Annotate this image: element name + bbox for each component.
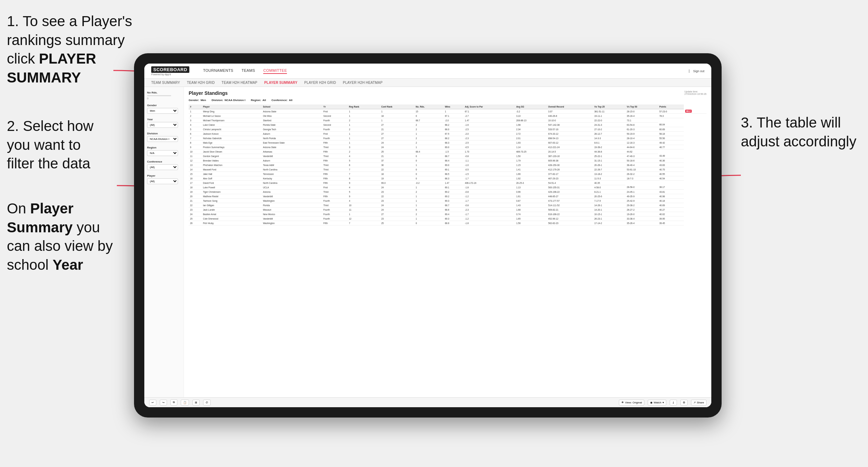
col-vs-top50: Vs Top 50 bbox=[625, 104, 658, 109]
settings-button[interactable]: ⚙ bbox=[680, 400, 688, 405]
sign-out-link[interactable]: Sign out bbox=[693, 69, 704, 73]
table-row[interactable]: 25Cole SherwoodVanderbiltFourth1223169.3… bbox=[189, 216, 706, 221]
logo: SCOREBOARD Powered by dipp'd bbox=[151, 66, 189, 76]
division-select[interactable]: NCAA Division I bbox=[147, 136, 178, 142]
col-avg-sg: Avg SG bbox=[515, 104, 547, 109]
table-row[interactable]: 13Phichaksn MaichonTexas A&MThird630169.… bbox=[189, 163, 706, 167]
player-standings-table: # Player School Yr Reg Rank Conf Rank No… bbox=[189, 104, 706, 225]
instruction-step1: 1. To see a Player's rankings summary cl… bbox=[7, 12, 155, 87]
paste-button[interactable]: 📋 bbox=[181, 400, 189, 405]
table-row[interactable]: 24Bastien AmatNew MexicoFourth127269.4-1… bbox=[189, 212, 706, 216]
nav-right: | Sign out bbox=[689, 69, 704, 73]
table-row[interactable]: 9Preston SummerhaysArizona StateThird324… bbox=[189, 145, 706, 149]
watch-icon: ◉ bbox=[650, 401, 653, 404]
chevron-down-icon: ▾ bbox=[663, 401, 664, 404]
eye-icon: 👁 bbox=[621, 401, 624, 404]
table-row[interactable]: 22Ian GilliganFloridaThird1024168.7-0.81… bbox=[189, 203, 706, 208]
undo-button[interactable]: ↩ bbox=[149, 400, 156, 405]
clock-button[interactable]: ⏱ bbox=[203, 400, 211, 405]
sub-player-summary[interactable]: PLAYER SUMMARY bbox=[264, 81, 298, 85]
table-row[interactable]: 23Jack LundinMissouriFourth1124068.6-2.3… bbox=[189, 208, 706, 212]
filter-division: Division NCAA Division I bbox=[147, 132, 181, 142]
col-conf-rank: Conf Rank bbox=[380, 104, 414, 109]
col-overall: Overall Record bbox=[547, 104, 593, 109]
year-select[interactable]: (All) bbox=[147, 122, 178, 128]
tablet-screen: SCOREBOARD Powered by dipp'd TOURNAMENTS… bbox=[144, 64, 711, 407]
table-row[interactable]: 14Maxwell FordNorth CarolinaThird722069.… bbox=[189, 167, 706, 172]
table-area: Player Standings Update time: 27/03/2024… bbox=[184, 87, 711, 397]
table-row[interactable]: 3Michael ThorbjornsenStanfordFourth2168.… bbox=[189, 118, 706, 123]
table-row[interactable]: 16Alex GoffKentuckyFifth819068.3-1.71.92… bbox=[189, 176, 706, 181]
table-header-row: # Player School Yr Reg Rank Conf Rank No… bbox=[189, 104, 706, 109]
top-navigation: SCOREBOARD Powered by dipp'd TOURNAMENTS… bbox=[144, 64, 711, 79]
redo-button[interactable]: ↪ bbox=[160, 400, 167, 405]
col-school: School bbox=[261, 104, 322, 109]
col-reg-rank: Reg Rank bbox=[347, 104, 380, 109]
col-no-rds: No. Rds. bbox=[414, 104, 444, 109]
share-icon: ↗ bbox=[693, 401, 696, 404]
nav-teams[interactable]: TEAMS bbox=[242, 68, 255, 74]
nav-tournaments[interactable]: TOURNAMENTS bbox=[203, 68, 233, 74]
table-row[interactable]: 19Tiger ChristensenArizonaThird523269.2-… bbox=[189, 190, 706, 194]
filter-row: Gender: Men Division: NCAA Division I Re… bbox=[189, 99, 706, 102]
filter-year: Year (All) bbox=[147, 118, 181, 128]
main-content: No Rds. 0 Gender Men Year (All) bbox=[144, 87, 711, 397]
table-row[interactable]: 17David FordNorth CarolinaFifth969.0-0.2… bbox=[189, 181, 706, 185]
table-row[interactable]: 18Luke PowellUCLAFirst424169.1-1.81.1350… bbox=[189, 185, 706, 190]
filter-gender: Gender Men bbox=[147, 104, 181, 114]
col-player: Player bbox=[202, 104, 261, 109]
conference-select[interactable]: (All) bbox=[147, 164, 178, 170]
gender-select[interactable]: Men bbox=[147, 108, 178, 114]
table-row[interactable]: 20Matthew RiedelVanderbiltFifth922169.2-… bbox=[189, 194, 706, 199]
table-row[interactable]: 1Wenyi DingArizona StateFirst1115167.1-3… bbox=[189, 109, 706, 114]
sub-player-h2h-grid[interactable]: PLAYER H2H GRID bbox=[304, 81, 336, 85]
filter-player: Player (All) bbox=[147, 174, 181, 184]
instruction-step3: 3. The table will adjust accordingly bbox=[741, 113, 858, 151]
table-row[interactable]: 5Christo LamprechtGeorgia TechFourth2212… bbox=[189, 127, 706, 132]
table-row[interactable]: 26Petr HrubyWashingtonFifth725068.6-1.81… bbox=[189, 221, 706, 225]
col-rank: # bbox=[189, 104, 202, 109]
col-vs-top25: Vs Top 25 bbox=[593, 104, 626, 109]
table-row[interactable]: 8Mats EgeEast Tennessee StateFifth124268… bbox=[189, 141, 706, 145]
filter-region: Region N/A bbox=[147, 146, 181, 156]
share-button[interactable]: ↗ Share bbox=[691, 400, 706, 405]
filter-sidebar: No Rds. 0 Gender Men Year (All) bbox=[144, 87, 184, 397]
view-original-button[interactable]: 👁 View: Original bbox=[619, 400, 644, 405]
update-time: Update time: 27/03/2024 16:56:26 bbox=[685, 90, 706, 95]
sub-team-h2h-grid[interactable]: TEAM H2H GRID bbox=[187, 81, 215, 85]
table-header-section: Player Standings Update time: 27/03/2024… bbox=[189, 90, 706, 96]
col-year: Yr bbox=[322, 104, 347, 109]
instruction-bottom: On Player Summary you can also view by s… bbox=[7, 199, 124, 274]
col-wins: Wins bbox=[444, 104, 464, 109]
player-select[interactable]: (All) bbox=[147, 178, 178, 184]
filter-conference: Conference (All) bbox=[147, 160, 181, 170]
tablet-device: SCOREBOARD Powered by dipp'd TOURNAMENTS… bbox=[134, 53, 722, 418]
watch-button[interactable]: ◉ Watch ▾ bbox=[648, 400, 666, 405]
table-row[interactable]: 12Brendan ValdesAuburnFifth537068.4-1.11… bbox=[189, 158, 706, 163]
table-row[interactable]: 21Taehoon SongWashingtonFourth423169.3-1… bbox=[189, 199, 706, 203]
table-row[interactable]: 10Jacob Skov OlesenArkansasFifth22568.4-… bbox=[189, 149, 706, 154]
table-row[interactable]: 4Luke ClatonFlorida StateSecond127268.2-… bbox=[189, 123, 706, 127]
table-row[interactable]: 7Nicholas GabrelcikNorth FloridaFourth12… bbox=[189, 136, 706, 141]
instruction-step2: 2. Select how you want to filter the dat… bbox=[7, 117, 120, 173]
table-title: Player Standings bbox=[189, 90, 228, 96]
sub-team-summary[interactable]: TEAM SUMMARY bbox=[151, 81, 180, 85]
region-select[interactable]: N/A bbox=[147, 150, 178, 156]
table-row[interactable]: 11Gordon SargentVanderbiltThird421068.7-… bbox=[189, 154, 706, 158]
filter-no-rds: No Rds. 0 bbox=[147, 91, 181, 100]
table-row[interactable]: 2Michael Le SassoOle MissSecond118067.1-… bbox=[189, 114, 706, 118]
table-row[interactable]: 6Jackson KoivunAuburnFirst127167.5-2.02.… bbox=[189, 132, 706, 136]
toolbar-bottom: ↩ ↪ ⧉ 📋 ⊞ ⏱ 👁 View: Original ◉ Watch ▾ ⤓… bbox=[144, 397, 711, 407]
nav-committee[interactable]: COMMITTEE bbox=[263, 68, 287, 74]
copy-button[interactable]: ⧉ bbox=[170, 399, 177, 405]
sub-navigation: TEAM SUMMARY TEAM H2H GRID TEAM H2H HEAT… bbox=[144, 79, 711, 87]
export-button[interactable]: ⤓ bbox=[670, 400, 677, 405]
col-adj-score: Adj. Score to Par bbox=[464, 104, 515, 109]
main-nav-links[interactable]: TOURNAMENTS TEAMS COMMITTEE bbox=[203, 68, 678, 74]
sub-team-h2h-heatmap[interactable]: TEAM H2H HEATMAP bbox=[222, 81, 257, 85]
sub-player-h2h-heatmap[interactable]: PLAYER H2H HEATMAP bbox=[343, 81, 382, 85]
table-row[interactable]: 15Jake HallTennesseeFifth718068.5-1.51.6… bbox=[189, 172, 706, 176]
rds-slider[interactable] bbox=[147, 95, 171, 96]
link-button[interactable]: ⊞ bbox=[192, 400, 200, 405]
col-points: Points bbox=[658, 104, 684, 109]
